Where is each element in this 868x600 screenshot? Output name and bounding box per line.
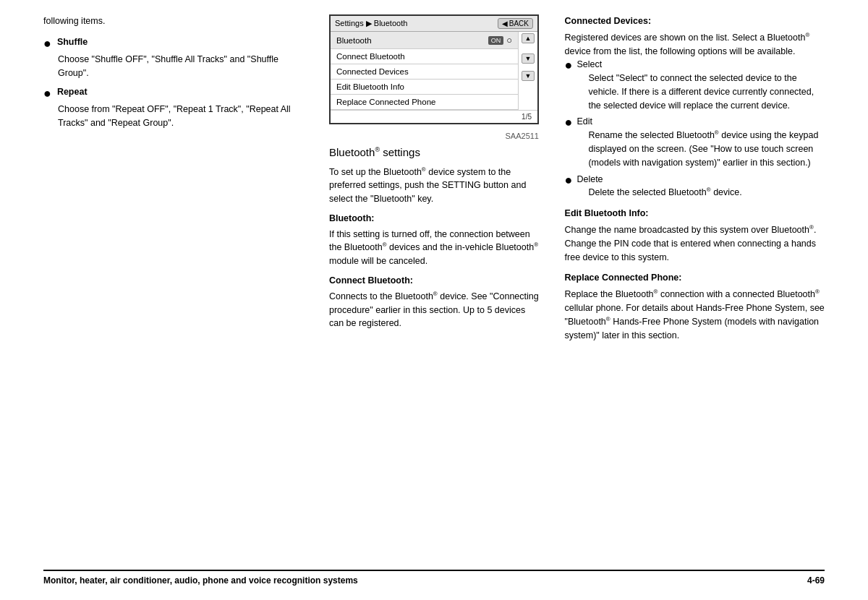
- main-content: following items. ● Shuffle Choose "Shuff…: [43, 14, 825, 564]
- delete-label: Delete: [576, 174, 603, 184]
- screen-diagram: Settings ▶ Bluetooth ◀ BACK Bluetooth ON: [329, 14, 539, 124]
- select-bullet-dot: ●: [565, 59, 573, 72]
- replace-connected-phone-label: Replace Connected Phone: [336, 98, 435, 106]
- bottom-bar: Monitor, heater, air conditioner, audio,…: [43, 570, 825, 586]
- menu-item-replace-connected-phone[interactable]: Replace Connected Phone: [331, 95, 518, 110]
- screen-path: Settings ▶ Bluetooth: [335, 19, 407, 28]
- shuffle-label: Shuffle: [57, 35, 88, 49]
- shuffle-bullet-dot: ●: [43, 37, 51, 50]
- intro-text: following items.: [43, 14, 303, 28]
- scroll-down2-button[interactable]: ▼: [522, 71, 535, 81]
- scroll-up-button[interactable]: ▲: [522, 33, 535, 43]
- connect-bluetooth-heading: Connect Bluetooth:: [329, 274, 539, 288]
- footer-text: Monitor, heater, air conditioner, audio,…: [43, 575, 358, 586]
- menu-items-wrapper: Bluetooth ON ○ Connect Bluetooth Connect…: [331, 32, 537, 110]
- connected-devices-label: Connected Devices: [336, 67, 409, 76]
- menu-item-edit-bluetooth-info[interactable]: Edit Bluetooth Info: [331, 80, 518, 95]
- screen-header: Settings ▶ Bluetooth ◀ BACK: [331, 16, 537, 32]
- menu-item-connect-bluetooth[interactable]: Connect Bluetooth: [331, 49, 518, 64]
- delete-content: Delete Delete the selected Bluetooth® de…: [576, 173, 741, 200]
- replace-connected-phone-section: Replace Connected Phone: Replace the Blu…: [565, 271, 825, 342]
- select-text: Select "Select" to connect the selected …: [576, 72, 825, 112]
- bluetooth-settings-title: Bluetooth® settings: [329, 145, 539, 161]
- menu-bluetooth-label: Bluetooth: [336, 36, 372, 45]
- circle-icon: ○: [506, 35, 512, 46]
- right-column: Connected Devices: Registered devices ar…: [550, 14, 825, 564]
- delete-bullet-dot: ●: [565, 173, 573, 187]
- edit-bluetooth-info-section: Edit Bluetooth Info: Change the name bro…: [565, 207, 825, 264]
- on-badge[interactable]: ON: [488, 36, 504, 45]
- repeat-label: Repeat: [57, 85, 88, 99]
- diagram-ref: SAA2511: [329, 132, 539, 140]
- center-intro: To set up the Bluetooth® device system t…: [329, 166, 539, 206]
- repeat-bullet-row: ● Repeat: [43, 85, 303, 100]
- edit-label: Edit: [576, 116, 592, 127]
- repeat-text: Choose from "Repeat OFF", "Repeat 1 Trac…: [43, 103, 303, 130]
- back-label: BACK: [509, 20, 529, 27]
- menu-item-bluetooth[interactable]: Bluetooth ON ○: [331, 32, 518, 49]
- delete-bullet: ● Delete Delete the selected Bluetooth® …: [565, 173, 825, 200]
- repeat-section: ● Repeat Choose from "Repeat OFF", "Repe…: [43, 85, 303, 130]
- edit-bullet-dot: ●: [565, 116, 573, 129]
- edit-bluetooth-info-heading: Edit Bluetooth Info:: [565, 207, 825, 220]
- title-super: ®: [375, 146, 380, 153]
- edit-text: Rename the selected Bluetooth® device us…: [576, 129, 825, 169]
- edit-bluetooth-info-label: Edit Bluetooth Info: [336, 82, 404, 91]
- center-column: Settings ▶ Bluetooth ◀ BACK Bluetooth ON: [318, 14, 550, 564]
- connected-devices-section: Connected Devices: Registered devices ar…: [565, 14, 825, 200]
- left-column: following items. ● Shuffle Choose "Shuff…: [43, 14, 318, 564]
- shuffle-section: ● Shuffle Choose "Shuffle OFF", "Shuffle…: [43, 35, 303, 80]
- page-container: following items. ● Shuffle Choose "Shuff…: [0, 0, 868, 600]
- edit-bluetooth-info-body: Change the name broadcasted by this syst…: [565, 223, 825, 264]
- menu-item-connected-devices[interactable]: Connected Devices: [331, 64, 518, 80]
- title-text: Bluetooth® settings: [329, 146, 420, 158]
- menu-items-list: Bluetooth ON ○ Connect Bluetooth Connect…: [331, 32, 518, 110]
- select-label: Select: [576, 59, 602, 69]
- back-arrow-icon: ◀: [502, 20, 508, 27]
- back-button[interactable]: ◀ BACK: [498, 18, 533, 29]
- connected-devices-intro: Registered devices are shown on the list…: [565, 31, 825, 59]
- connect-bluetooth-label: Connect Bluetooth: [336, 52, 405, 61]
- delete-text: Delete the selected Bluetooth® device.: [576, 186, 741, 200]
- replace-connected-phone-heading: Replace Connected Phone:: [565, 271, 825, 285]
- pagination: 1/5: [522, 113, 532, 121]
- connected-devices-heading: Connected Devices:: [565, 14, 825, 28]
- repeat-bullet-dot: ●: [43, 87, 51, 100]
- on-control: ON ○: [488, 35, 512, 46]
- scroll-down-button[interactable]: ▼: [522, 53, 535, 64]
- center-text: Bluetooth® settings To set up the Blueto…: [329, 145, 539, 330]
- page-number: 4-69: [807, 575, 825, 586]
- connect-bluetooth-body: Connects to the Bluetooth® device. See "…: [329, 290, 539, 330]
- scroll-controls: ▲ ▼ ▼: [518, 32, 537, 110]
- bluetooth-body: If this setting is turned off, the conne…: [329, 228, 539, 268]
- edit-content: Edit Rename the selected Bluetooth® devi…: [576, 115, 825, 169]
- bluetooth-heading: Bluetooth:: [329, 212, 539, 226]
- replace-connected-phone-body: Replace the Bluetooth® connection with a…: [565, 288, 825, 342]
- select-content: Select Select "Select" to connect the se…: [576, 58, 825, 112]
- screen-footer: 1/5: [331, 110, 537, 123]
- shuffle-text: Choose "Shuffle OFF", "Shuffle All Track…: [43, 53, 303, 80]
- select-bullet: ● Select Select "Select" to connect the …: [565, 58, 825, 112]
- edit-bullet: ● Edit Rename the selected Bluetooth® de…: [565, 115, 825, 169]
- shuffle-bullet-row: ● Shuffle: [43, 35, 303, 50]
